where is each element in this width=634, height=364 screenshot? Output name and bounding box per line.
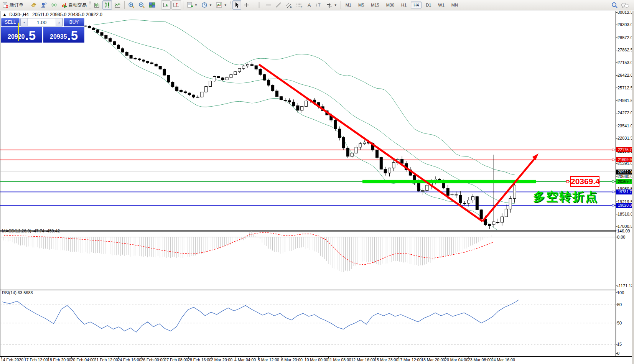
- time-axis-label: 17 Feb 12:00: [24, 357, 48, 362]
- symbol-marker-icon: ▲: [2, 12, 7, 17]
- time-axis-label: 20 Feb 04:00: [71, 357, 95, 362]
- macd-panel: [0, 231, 616, 272]
- buy-price-fraction: .5: [67, 29, 78, 42]
- price-tick-label: 30012.5: [618, 10, 633, 15]
- macd-signal-line: [4, 232, 493, 265]
- rsi-indicator-label: RSI(14) 63.5683: [2, 290, 33, 295]
- time-axis-label: 20 Mar 04:00: [445, 357, 468, 362]
- time-axis-label: 28 Feb 16:00: [188, 357, 211, 362]
- ohlc-values: 20511.0 20935.0 20435.0 20922.0: [32, 12, 102, 17]
- price-cursor-line: [18, 23, 19, 41]
- time-axis-label: 2 Mar 20:00: [211, 357, 232, 362]
- volume-increase-button[interactable]: ▲: [56, 18, 63, 26]
- rsi-line: [2, 300, 519, 332]
- time-axis-label: 18 Feb 20:00: [48, 357, 71, 362]
- time-axis-label: 24 Mar 16:00: [491, 357, 515, 362]
- buy-button[interactable]: BUY: [64, 18, 84, 26]
- sell-button[interactable]: SELL: [1, 18, 20, 26]
- price-tick-label: 18510.0: [618, 212, 633, 216]
- macd-tick-label: 0.00: [617, 235, 625, 239]
- rsi-tick-label: 15: [617, 342, 622, 346]
- time-axis-label: 4 Mar 04:00: [234, 357, 256, 362]
- one-click-trade-panel: SELL ▼ 1.00 ▲ BUY 20920 .5 20935 .5: [1, 18, 84, 43]
- macd-tick-label: 146.09: [617, 229, 630, 233]
- price-tick-label: 24272.0: [618, 110, 633, 115]
- pivot-annotation-text[interactable]: 多空转折点: [533, 189, 598, 205]
- time-axis-label: 21 Feb 12:00: [94, 357, 118, 362]
- chart-canvas[interactable]: [0, 0, 634, 364]
- price-tick-label: 23541.0: [618, 124, 633, 128]
- price-tick-label: 26422.0: [618, 73, 633, 77]
- volume-value[interactable]: 1.00: [28, 18, 56, 26]
- price-tag-20369.4: 20369.4: [616, 179, 634, 184]
- mt4-window: 新订单 自动交易: [0, 0, 634, 364]
- bollinger-lower: [94, 31, 515, 233]
- price-tag-19020.0: 19020.0: [616, 203, 634, 208]
- buy-price[interactable]: 20935 .5: [43, 27, 84, 43]
- time-axis-label: 24 Feb 16:00: [118, 357, 142, 362]
- rsi-tick-label: 80: [617, 302, 622, 307]
- support-zone-bar: [362, 180, 536, 183]
- rsi-panel: [0, 300, 616, 344]
- time-axis-label: 10 Mar 00:00: [305, 357, 328, 362]
- time-axis-label: 23 Mar 08:00: [468, 357, 492, 362]
- time-axis-label: 14 Feb 2020: [1, 357, 23, 362]
- symbol-period: DJ30-,H4: [9, 12, 29, 17]
- price-tick-label: 29303.0: [618, 22, 633, 27]
- sell-price[interactable]: 20920 .5: [1, 27, 42, 43]
- level-annotation-box[interactable]: 20369.4: [570, 176, 599, 187]
- time-axis-label: 17 Mar 12:00: [398, 357, 422, 362]
- time-axis-label: 15 Mar 23:00: [374, 357, 398, 362]
- sell-price-main: 20920: [8, 32, 25, 42]
- price-tick-label: 22831.5: [618, 136, 633, 140]
- rsi-tick-label: 50: [617, 321, 622, 325]
- price-tick-label: 25712.5: [618, 86, 633, 90]
- price-tick-label: 27153.0: [618, 60, 633, 65]
- price-tag-22175.7: 22175.7: [616, 147, 634, 152]
- time-axis-label: 12 Mar 16:00: [351, 357, 375, 362]
- chart-title: ▲ DJ30-,H4 20511.0 20935.0 20435.0 20922…: [2, 12, 102, 17]
- time-axis-label: 27 Feb 08:00: [164, 357, 188, 362]
- main-price-panel: [0, 20, 616, 233]
- time-axis-label: 11 Mar 08:00: [328, 357, 351, 362]
- window-edge: [632, 11, 634, 364]
- macd-indicator-label: MACD(12,26,9) -47.74 -459.42: [2, 229, 60, 233]
- time-axis-label: 26 Feb 00:00: [141, 357, 165, 362]
- price-tag-19781.7: 19781.7: [616, 189, 634, 194]
- price-tick-label: 24981.5: [618, 98, 633, 103]
- time-axis-label: 6 Mar 20:00: [281, 357, 303, 362]
- price-tag-20922.0: 20922.0: [616, 170, 634, 175]
- volume-decrease-button[interactable]: ▼: [21, 18, 28, 26]
- price-tick-label: 28572.0: [618, 35, 633, 40]
- price-tick-label: 17800.5: [618, 224, 633, 229]
- volume-spinner: ▼ 1.00 ▲: [20, 18, 63, 26]
- rsi-tick-label: 100: [617, 290, 624, 295]
- buy-price-main: 20935: [50, 32, 67, 42]
- time-axis-label: 5 Mar 12:00: [258, 357, 279, 362]
- rsi-tick-label: 0: [617, 351, 619, 356]
- price-tag-21609.9: 21609.9: [616, 157, 634, 162]
- price-tick-label: 27862.5: [618, 48, 633, 52]
- trend-line: [482, 158, 535, 221]
- trend-line: [259, 64, 482, 221]
- price-tick-label: 20660.0: [618, 174, 633, 179]
- sell-price-fraction: .5: [25, 29, 36, 42]
- time-axis-label: 18 Mar 20:00: [421, 357, 445, 362]
- macd-tick-label: -1171.13: [617, 283, 634, 288]
